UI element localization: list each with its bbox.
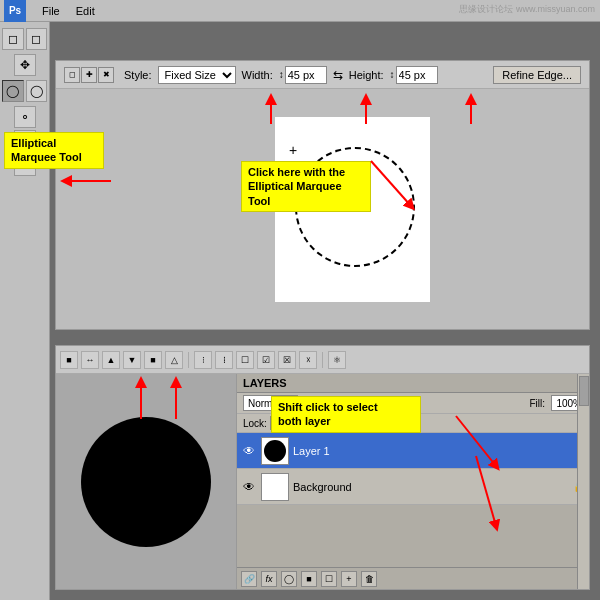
lt-icon-8[interactable]: ⁞	[215, 351, 233, 369]
cursor-plus: +	[289, 142, 297, 158]
layer-1-name: Layer 1	[293, 445, 585, 457]
watermark: 思缘设计论坛 www.missyuan.com	[459, 3, 595, 16]
lt-icon-10[interactable]: ☑	[257, 351, 275, 369]
ps-logo: Ps	[4, 0, 26, 22]
menu-edit[interactable]: Edit	[68, 3, 103, 19]
layers-scrollbar[interactable]	[577, 374, 589, 589]
options-icon-1[interactable]: ◻	[64, 67, 80, 83]
refine-edge-button[interactable]: Refine Edge...	[493, 66, 581, 84]
lock-text: Lock:	[243, 418, 267, 429]
layers-empty-space	[237, 505, 589, 567]
click-here-annotation: Click here with theElliptical Marquee To…	[241, 161, 371, 212]
lt-icon-12[interactable]: ☓	[299, 351, 317, 369]
options-icon-2[interactable]: ✚	[81, 67, 97, 83]
lt-icon-4[interactable]: ▼	[123, 351, 141, 369]
lt-icon-6[interactable]: △	[165, 351, 183, 369]
lb-link-icon[interactable]: 🔗	[241, 571, 257, 587]
lt-icon-13[interactable]: ⚛	[328, 351, 346, 369]
layer-bg-name: Background	[293, 481, 569, 493]
layers-bottom-bar: 🔗 fx ◯ ■ ☐ + 🗑	[237, 567, 589, 589]
lb-adjust-icon[interactable]: ■	[301, 571, 317, 587]
lb-new-icon[interactable]: +	[341, 571, 357, 587]
lb-group-icon[interactable]: ☐	[321, 571, 337, 587]
style-select[interactable]: Fixed Size	[158, 66, 236, 84]
upper-panel: ◻ ✚ ✖ Style: Fixed Size Width: ↕ ⇆ Heigh…	[55, 60, 590, 330]
lb-fx-icon[interactable]: fx	[261, 571, 277, 587]
lb-delete-icon[interactable]: 🗑	[361, 571, 377, 587]
lb-mask-icon[interactable]: ◯	[281, 571, 297, 587]
layer-row-bg[interactable]: 👁 Background 🔒	[237, 469, 589, 505]
click-here-text: Click here with theElliptical Marquee To…	[248, 166, 345, 207]
layers-scrollbar-thumb[interactable]	[579, 376, 589, 406]
lt-icon-1[interactable]: ■	[60, 351, 78, 369]
height-input[interactable]	[396, 66, 438, 84]
height-arrow-icon: ↕	[390, 69, 395, 80]
layer-1-thumb-circle	[264, 440, 286, 462]
layers-shift-text: Shift click to selectboth layer	[278, 401, 378, 427]
lower-toolbar: ■ ↔ ▲ ▼ ■ △ ⁝ ⁞ ☐ ☑ ☒ ☓ ⚛	[56, 346, 589, 374]
swap-icon: ⇆	[333, 68, 343, 82]
lt-separator-2	[322, 352, 323, 368]
options-bar: ◻ ✚ ✖ Style: Fixed Size Width: ↕ ⇆ Heigh…	[56, 61, 589, 89]
lt-icon-3[interactable]: ▲	[102, 351, 120, 369]
width-input[interactable]	[285, 66, 327, 84]
top-menu-bar: Ps File Edit 思缘设计论坛 www.missyuan.com	[0, 0, 600, 22]
layer-1-visibility[interactable]: 👁	[241, 443, 257, 459]
lt-icon-5[interactable]: ■	[144, 351, 162, 369]
lt-icon-2[interactable]: ↔	[81, 351, 99, 369]
canvas-preview	[56, 374, 236, 589]
black-circle	[81, 417, 211, 547]
style-label: Style:	[124, 69, 152, 81]
left-toolbar: ◻ ◻ ✥ ◯ ◯ ⚬ ✒ □ Elliptical Marquee Tool	[0, 22, 50, 600]
elliptical-marquee-tool[interactable]: ◯	[2, 80, 24, 102]
lower-panel: ■ ↔ ▲ ▼ ■ △ ⁝ ⁞ ☐ ☑ ☒ ☓ ⚛ LAYERS Normal	[55, 345, 590, 590]
marquee-tool-2[interactable]: ◻	[26, 28, 48, 50]
elliptical-marquee-annotation: Elliptical Marquee Tool	[4, 132, 104, 169]
width-label: Width:	[242, 69, 273, 81]
layer-bg-thumb	[261, 473, 289, 501]
lt-icon-7[interactable]: ⁝	[194, 351, 212, 369]
move-tool[interactable]: ✥	[14, 54, 36, 76]
layer-row-1[interactable]: 👁 Layer 1	[237, 433, 589, 469]
lt-icon-11[interactable]: ☒	[278, 351, 296, 369]
layer-1-thumb	[261, 437, 289, 465]
layers-panel-header: LAYERS	[237, 374, 589, 393]
width-arrow-icon: ↕	[279, 69, 284, 80]
lt-separator-1	[188, 352, 189, 368]
lasso-tool[interactable]: ⚬	[14, 106, 36, 128]
layer-bg-visibility[interactable]: 👁	[241, 479, 257, 495]
options-icon-3[interactable]: ✖	[98, 67, 114, 83]
height-label: Height:	[349, 69, 384, 81]
fill-label: Fill:	[529, 398, 545, 409]
marquee-tool[interactable]: ◻	[2, 28, 24, 50]
layers-shift-annotation: Shift click to selectboth layer	[271, 396, 421, 433]
menu-file[interactable]: File	[34, 3, 68, 19]
tool-extra[interactable]: ◯	[26, 80, 48, 102]
lt-icon-9[interactable]: ☐	[236, 351, 254, 369]
